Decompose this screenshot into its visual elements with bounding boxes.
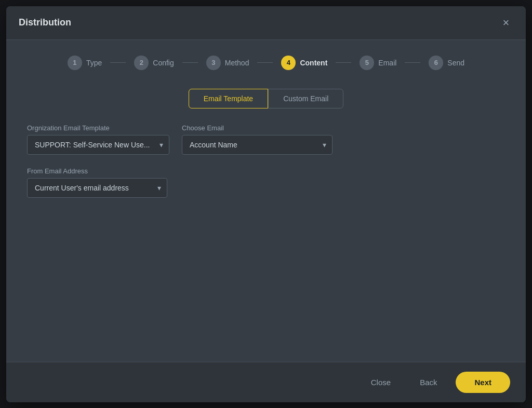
from-email-label: From Email Address xyxy=(27,167,167,175)
step-separator-4 xyxy=(336,62,351,63)
step-4-label: Content xyxy=(300,59,327,67)
org-template-select[interactable]: SUPPORT: Self-Service New Use... xyxy=(27,135,169,155)
step-5[interactable]: 5 Email xyxy=(351,56,405,70)
step-separator-3 xyxy=(257,62,273,63)
modal-title: Distribution xyxy=(19,17,71,28)
modal-footer: Close Back Next xyxy=(6,362,526,402)
tab-group: Email Template Custom Email xyxy=(27,89,505,108)
step-1[interactable]: 1 Type xyxy=(59,56,110,70)
modal-close-button[interactable]: × xyxy=(499,16,513,30)
step-6[interactable]: 6 Send xyxy=(420,56,473,70)
choose-email-group: Choose Email Account Name xyxy=(182,124,332,155)
step-5-circle: 5 xyxy=(360,56,374,70)
from-email-select[interactable]: Current User's email address xyxy=(27,178,167,198)
step-2-label: Config xyxy=(153,59,174,67)
step-1-label: Type xyxy=(86,59,102,67)
org-template-select-wrapper[interactable]: SUPPORT: Self-Service New Use... xyxy=(27,135,169,155)
steps-container: 1 Type 2 Config 3 Method 4 Content xyxy=(27,56,505,70)
next-button[interactable]: Next xyxy=(456,372,510,393)
back-button[interactable]: Back xyxy=(409,373,447,392)
modal-header: Distribution × xyxy=(6,6,526,40)
modal-overlay: Distribution × 1 Type 2 Config 3 Method xyxy=(0,0,532,408)
step-separator-2 xyxy=(182,62,198,63)
choose-email-select-wrapper[interactable]: Account Name xyxy=(182,135,332,155)
step-5-label: Email xyxy=(378,59,396,67)
close-footer-button[interactable]: Close xyxy=(361,373,401,392)
tab-custom-email[interactable]: Custom Email xyxy=(268,89,343,108)
form-row-2: From Email Address Current User's email … xyxy=(27,167,505,198)
modal-body: 1 Type 2 Config 3 Method 4 Content xyxy=(6,40,526,362)
choose-email-label: Choose Email xyxy=(182,124,332,132)
step-separator-5 xyxy=(405,62,420,63)
step-2[interactable]: 2 Config xyxy=(126,56,182,70)
org-template-group: Orgnization Email Template SUPPORT: Self… xyxy=(27,124,169,155)
choose-email-select[interactable]: Account Name xyxy=(182,135,332,155)
step-6-circle: 6 xyxy=(429,56,443,70)
tab-email-template[interactable]: Email Template xyxy=(189,89,268,108)
distribution-modal: Distribution × 1 Type 2 Config 3 Method xyxy=(6,6,526,402)
from-email-select-wrapper[interactable]: Current User's email address xyxy=(27,178,167,198)
step-3-label: Method xyxy=(225,59,249,67)
step-3-circle: 3 xyxy=(206,56,221,70)
step-4[interactable]: 4 Content xyxy=(273,56,336,70)
step-separator-1 xyxy=(110,62,126,63)
step-4-circle: 4 xyxy=(281,56,296,70)
step-6-label: Send xyxy=(447,59,464,67)
step-2-circle: 2 xyxy=(134,56,149,70)
form-row-1: Orgnization Email Template SUPPORT: Self… xyxy=(27,124,505,155)
step-1-circle: 1 xyxy=(68,56,82,70)
from-email-group: From Email Address Current User's email … xyxy=(27,167,167,198)
org-template-label: Orgnization Email Template xyxy=(27,124,169,132)
step-3[interactable]: 3 Method xyxy=(198,56,258,70)
